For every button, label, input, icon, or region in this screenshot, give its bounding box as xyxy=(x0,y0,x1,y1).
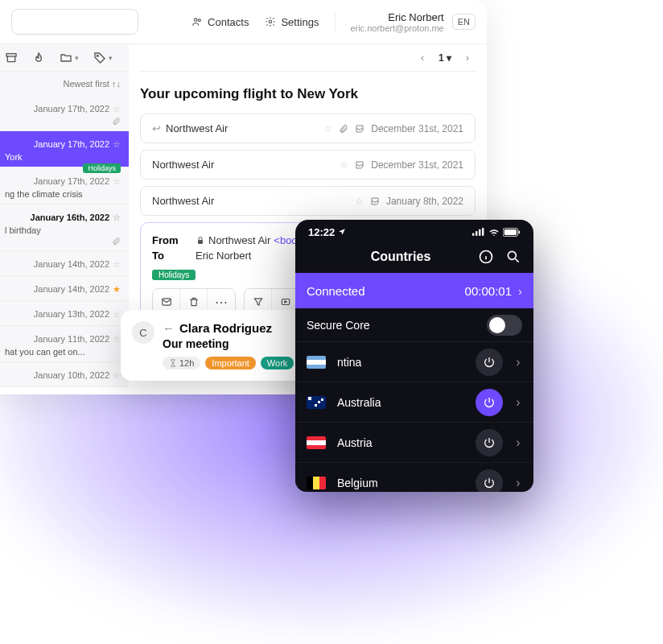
contacts-link[interactable]: Contacts xyxy=(191,16,249,28)
to-label: To xyxy=(152,250,184,262)
star-icon[interactable]: ☆ xyxy=(323,123,332,134)
folder-menu[interactable]: ▾ xyxy=(60,52,79,64)
chevron-right-icon: › xyxy=(514,476,522,490)
country-row[interactable]: Austria › xyxy=(295,423,533,463)
flag-icon xyxy=(307,477,326,489)
user-email: eric.norbert@proton.me xyxy=(350,23,443,33)
secure-core-row: Secure Core xyxy=(295,308,533,342)
settings-link[interactable]: Settings xyxy=(265,16,319,28)
gear-icon xyxy=(265,16,276,27)
folder-icon xyxy=(60,52,72,64)
contacts-icon xyxy=(191,16,203,27)
svg-point-2 xyxy=(270,20,273,23)
power-button[interactable] xyxy=(476,389,503,416)
star-icon[interactable]: ☆ xyxy=(113,309,121,320)
svg-rect-5 xyxy=(198,240,203,244)
lock-icon xyxy=(196,236,205,246)
inbox-icon xyxy=(355,124,364,134)
chevron-right-icon: › xyxy=(514,436,522,450)
important-chip: Important xyxy=(205,357,255,369)
inbox-icon xyxy=(355,160,364,170)
connected-banner[interactable]: Connected 00:00:01 › xyxy=(295,273,533,308)
star-icon[interactable]: ☆ xyxy=(113,370,121,381)
mail-list-item[interactable]: January 14th, 2022 ★ xyxy=(0,276,129,301)
star-icon[interactable]: ☆ xyxy=(113,213,121,223)
star-icon[interactable]: ☆ xyxy=(355,196,364,207)
inbox-icon xyxy=(370,196,380,206)
star-icon[interactable]: ☆ xyxy=(113,104,121,114)
star-icon[interactable]: ☆ xyxy=(113,259,121,270)
search-icon[interactable] xyxy=(504,249,522,265)
svg-rect-14 xyxy=(518,230,520,233)
pager-prev[interactable]: ‹ xyxy=(414,49,430,67)
thread-row[interactable]: Northwest Air ☆ January 8th, 2022 xyxy=(140,186,476,216)
tag-icon xyxy=(93,52,106,64)
power-button[interactable] xyxy=(476,429,503,456)
wifi-icon xyxy=(488,228,500,236)
star-icon[interactable]: ☆ xyxy=(113,334,121,345)
svg-rect-9 xyxy=(476,231,477,236)
timer-chip: 12h xyxy=(163,357,200,369)
pager: ‹ 1 ▾ › xyxy=(140,44,476,72)
chevron-right-icon: › xyxy=(514,355,522,369)
mail-list-item[interactable]: January 13th, 2022 ☆ xyxy=(0,301,129,326)
language-badge[interactable]: EN xyxy=(452,14,476,30)
from-label: From xyxy=(152,234,184,246)
sidebar-toolbar: ▾ ▾ xyxy=(0,44,129,72)
phone-status-bar: 12:22 xyxy=(295,220,533,244)
archive-icon[interactable] xyxy=(5,52,18,64)
mail-list-item[interactable]: January 11th, 2022 ☆hat you can get on..… xyxy=(0,326,129,362)
svg-rect-13 xyxy=(504,229,517,235)
mail-list-item[interactable]: January 16th, 2022 ☆l birthday xyxy=(0,204,129,251)
flag-icon xyxy=(307,396,326,409)
thread-row[interactable]: Northwest Air ☆ December 31st, 2021 xyxy=(140,150,476,180)
battery-icon xyxy=(503,228,521,237)
phone-title: Countries xyxy=(324,250,477,264)
search-input[interactable] xyxy=(11,9,138,35)
mail-list-item[interactable]: January 14th, 2022 ☆ xyxy=(0,251,129,276)
star-icon[interactable]: ☆ xyxy=(340,159,348,171)
mail-list-item[interactable]: January 10th, 2022 ☆ xyxy=(0,362,129,387)
mail-list-item[interactable]: January 17th, 2022 ☆ xyxy=(0,96,129,131)
flame-icon[interactable] xyxy=(32,52,45,64)
chevron-right-icon: › xyxy=(514,395,522,410)
star-icon[interactable]: ☆ xyxy=(113,176,121,187)
thread-row[interactable]: ↩Northwest Air ☆ December 31st, 2021 xyxy=(140,114,476,143)
sort-control[interactable]: Newest first ↑↓ xyxy=(0,72,129,96)
user-name: Eric Norbert xyxy=(350,11,443,23)
country-row[interactable]: ntina › xyxy=(295,342,533,382)
svg-point-16 xyxy=(508,251,516,259)
mail-list-item[interactable]: January 17th, 2022 ☆YorkHolidays xyxy=(0,131,129,167)
country-row[interactable]: Australia › xyxy=(295,382,533,423)
svg-point-4 xyxy=(97,55,98,56)
flag-icon xyxy=(307,436,326,449)
label-chip: Holidays xyxy=(83,163,121,173)
topbar: Contacts Settings Eric Norbert eric.norb… xyxy=(0,0,487,44)
svg-point-0 xyxy=(195,19,198,22)
country-row[interactable]: Belgium › xyxy=(295,463,533,492)
chevron-right-icon: › xyxy=(518,284,522,298)
star-icon[interactable]: ☆ xyxy=(113,139,121,150)
tag-menu[interactable]: ▾ xyxy=(93,52,113,64)
notif-sender: ← Clara Rodriguez xyxy=(163,321,272,335)
sort-icon: ↑↓ xyxy=(112,79,121,89)
pager-next[interactable]: › xyxy=(459,49,476,67)
svg-rect-11 xyxy=(482,228,484,236)
label-chip[interactable]: Holidays xyxy=(152,270,196,280)
svg-point-1 xyxy=(199,19,201,22)
secure-core-toggle[interactable] xyxy=(487,315,522,336)
star-icon[interactable]: ★ xyxy=(113,284,121,295)
mail-list-item[interactable]: January 17th, 2022 ☆ng the climate crisi… xyxy=(0,167,129,204)
info-icon[interactable] xyxy=(477,249,495,265)
work-chip: Work xyxy=(261,357,294,369)
location-icon xyxy=(338,228,346,236)
avatar: C xyxy=(132,321,154,344)
power-button[interactable] xyxy=(476,349,503,376)
svg-rect-8 xyxy=(472,233,474,236)
mail-list-sidebar: ▾ ▾ Newest first ↑↓ January 17th, 2022 ☆… xyxy=(0,44,129,387)
signal-icon xyxy=(472,228,485,236)
vpn-mobile-overlay: 12:22 Countries Connected 00:00:01 › Sec… xyxy=(295,220,533,492)
thread-title: Your upcoming flight to New York xyxy=(140,86,476,102)
power-button[interactable] xyxy=(476,469,503,493)
attachment-icon xyxy=(112,117,121,126)
